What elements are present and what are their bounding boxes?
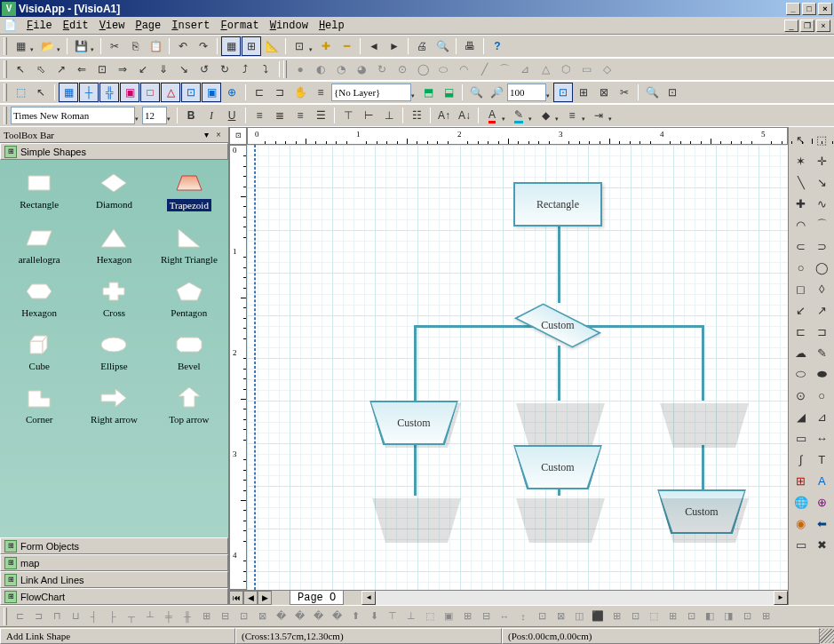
arrow-se-icon[interactable]: ↘	[174, 60, 194, 79]
copy-button[interactable]: ⎘	[125, 36, 145, 56]
toolbar-grip[interactable]	[4, 608, 7, 625]
pointer-mode-icon[interactable]: ↖	[31, 83, 51, 102]
palette-tool-37[interactable]: ⬅	[812, 513, 833, 534]
menu-insert[interactable]: Insert	[166, 18, 215, 34]
bottom-tool-33[interactable]: ⊡	[626, 608, 644, 625]
op-a-icon[interactable]: ↻	[372, 60, 392, 79]
toolbox-close-button[interactable]: ×	[212, 130, 225, 139]
bottom-tool-17[interactable]: �	[328, 608, 346, 625]
shape-triangle[interactable]: Hexagon	[78, 222, 149, 268]
resize-grip[interactable]	[820, 629, 834, 643]
palette-tool-13[interactable]: ◯	[812, 257, 833, 278]
op-e-icon[interactable]: ◠	[454, 60, 473, 79]
bottom-tool-18[interactable]: ⬆	[346, 608, 364, 625]
bottom-tool-5[interactable]: ├	[104, 608, 122, 625]
align-a-icon[interactable]: ⊏	[250, 83, 269, 102]
connector[interactable]	[558, 346, 560, 401]
toolbar-grip[interactable]	[4, 107, 7, 124]
zoom-in-icon[interactable]: 🔍	[466, 83, 486, 102]
connector[interactable]	[558, 227, 560, 303]
remove-button[interactable]: ━	[337, 36, 356, 56]
arrow-style-dd[interactable]: ▾	[606, 106, 615, 125]
palette-tool-39[interactable]: ✖	[812, 534, 833, 555]
palette-tool-10[interactable]: ⊂	[790, 235, 812, 257]
toolbar-grip[interactable]	[4, 60, 7, 78]
align-left-button[interactable]: ≡	[250, 106, 269, 125]
arrow-c-icon[interactable]: ⊡	[92, 60, 112, 79]
mdi-restore-button[interactable]: ❐	[800, 20, 814, 32]
highlight-dd[interactable]: ▾	[526, 106, 535, 125]
canvas[interactable]: RectangleCustomCustomCustomCustomCustomC…	[247, 145, 788, 590]
zoom-d-icon[interactable]: 🔍	[642, 83, 662, 102]
bottom-tool-30[interactable]: ◫	[570, 608, 588, 625]
help-button[interactable]: ?	[488, 36, 507, 56]
palette-tool-9[interactable]: ⌒	[812, 214, 833, 235]
redo-button[interactable]: ↷	[194, 36, 213, 56]
menu-format[interactable]: Format	[215, 18, 264, 34]
bottom-tool-32[interactable]: ⊞	[608, 608, 625, 625]
bottom-tool-0[interactable]: ⊏	[11, 608, 28, 625]
category-flowchart[interactable]: ⊞FlowChart	[0, 588, 228, 605]
arrow-a-icon[interactable]: ↺	[195, 60, 214, 79]
node-n4[interactable]: Custom	[513, 445, 602, 489]
toolbar-grip[interactable]	[283, 60, 287, 78]
bottom-tool-26[interactable]: ↔	[496, 608, 513, 625]
palette-tool-3[interactable]: ✛	[812, 150, 833, 171]
node-n2[interactable]: Custom	[513, 303, 602, 347]
palette-tool-19[interactable]: ⊐	[812, 321, 833, 342]
grid-i-icon[interactable]: ⊕	[222, 83, 242, 102]
connector[interactable]	[414, 325, 417, 401]
shape-ellipse[interactable]: Ellipse	[78, 329, 149, 375]
palette-tool-33[interactable]: A	[812, 470, 833, 491]
palette-tool-4[interactable]: ╲	[790, 171, 812, 193]
bottom-tool-14[interactable]: �	[272, 608, 290, 625]
toolbar-grip[interactable]	[4, 83, 7, 101]
shape-parallelogram[interactable]: arallelogra	[4, 222, 75, 268]
shape-rarrow[interactable]: Right arrow	[78, 382, 149, 428]
font-shrink-button[interactable]: A↓	[455, 106, 474, 125]
italic-button[interactable]: I	[202, 106, 221, 125]
bottom-tool-10[interactable]: ⊞	[197, 608, 215, 625]
mdi-minimize-button[interactable]: _	[784, 20, 798, 32]
grid-d-icon[interactable]: ▣	[120, 83, 139, 102]
scroll-track[interactable]	[376, 591, 774, 605]
snap-button[interactable]: ⊞	[242, 36, 261, 56]
arrow-ne-icon[interactable]: ↗	[52, 60, 71, 79]
shape-rtriangle[interactable]: Right Triangle	[154, 222, 225, 268]
zoom-e-icon[interactable]: ⊡	[663, 83, 682, 102]
bottom-tool-16[interactable]: �	[309, 608, 327, 625]
minimize-button[interactable]: _	[786, 3, 800, 15]
op-combine-icon[interactable]: ◐	[311, 60, 330, 79]
menu-edit[interactable]: Edit	[58, 18, 94, 34]
valign-top-button[interactable]: ⊤	[338, 106, 358, 125]
bottom-tool-40[interactable]: ⊞	[757, 608, 774, 625]
op-d-icon[interactable]: ⬭	[433, 60, 453, 79]
op-b-icon[interactable]: ⊙	[393, 60, 412, 79]
palette-tool-6[interactable]: ✚	[790, 193, 812, 214]
pan-icon[interactable]: ✋	[290, 83, 310, 102]
grid-f-icon[interactable]: △	[161, 83, 180, 102]
underline-button[interactable]: U	[222, 106, 242, 125]
bottom-tool-23[interactable]: ▣	[440, 608, 457, 625]
bottom-tool-13[interactable]: ⊠	[253, 608, 271, 625]
align-center-button[interactable]: ≣	[270, 106, 290, 125]
zoom-fit-icon[interactable]: ⊡	[553, 83, 573, 102]
palette-tool-22[interactable]: ⬭	[790, 363, 812, 385]
bottom-tool-2[interactable]: ⊓	[48, 608, 66, 625]
connector[interactable]	[702, 325, 704, 401]
arrow-f-icon[interactable]: ⤵	[256, 60, 275, 79]
palette-tool-8[interactable]: ◠	[790, 214, 812, 235]
align-b-icon[interactable]: ⊐	[270, 83, 290, 102]
bottom-tool-25[interactable]: ⊟	[477, 608, 495, 625]
category-map[interactable]: ⊞map	[0, 554, 228, 571]
line-style-dd[interactable]: ▾	[579, 106, 588, 125]
bottom-tool-7[interactable]: ┴	[141, 608, 159, 625]
palette-tool-1[interactable]: ⬚	[812, 129, 833, 150]
op-c-icon[interactable]: ◯	[413, 60, 433, 79]
arrow-e-icon[interactable]: ⇒	[113, 60, 132, 79]
layout-dropdown[interactable]: ▾	[306, 36, 315, 56]
bottom-tool-20[interactable]: ⊤	[384, 608, 401, 625]
bottom-tool-35[interactable]: ⊞	[663, 608, 681, 625]
bottom-tool-8[interactable]: ╪	[160, 608, 178, 625]
bottom-tool-29[interactable]: ⊠	[552, 608, 569, 625]
